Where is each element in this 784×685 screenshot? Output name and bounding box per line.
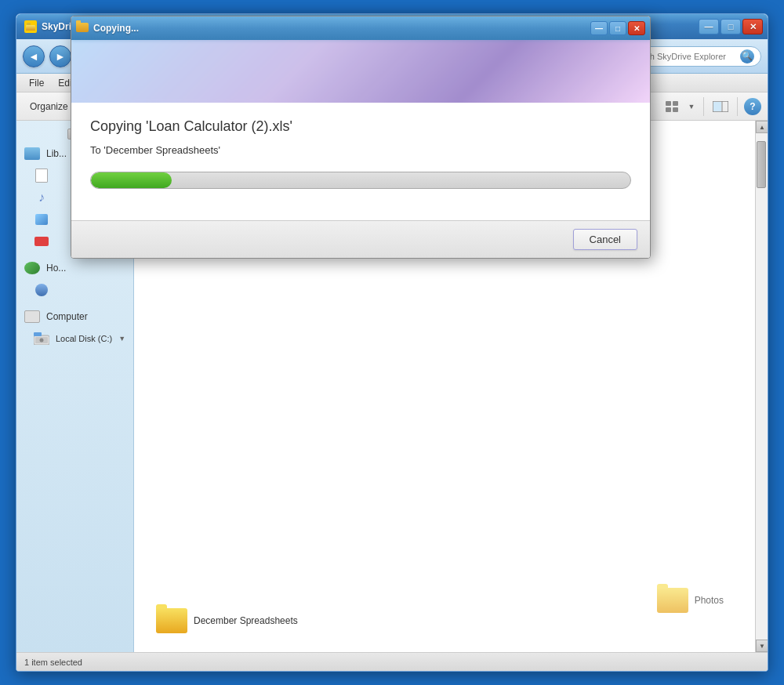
copy-destination: To 'December Spreadsheets' <box>90 144 631 156</box>
progress-bar-fill <box>91 172 172 188</box>
dialog-maximize-button[interactable]: □ <box>609 21 626 35</box>
dialog-close-button[interactable]: ✕ <box>628 21 645 35</box>
dialog-content: Copying 'Loan Calculator (2).xls' To 'De… <box>71 103 650 220</box>
main-window: SkyDrive Explorer — □ ✕ ◄ ► ▼ Com... ► S… <box>16 13 768 672</box>
dialog-header-graphic <box>71 40 650 103</box>
dialog-title-bar: Copying... — □ ✕ <box>71 16 650 40</box>
dialog-minimize-button[interactable]: — <box>590 21 608 35</box>
copy-dialog: Copying... — □ ✕ Copying 'Loan Calculato… <box>71 16 651 259</box>
dialog-title: Copying... <box>93 23 586 34</box>
dialog-controls: — □ ✕ <box>590 21 645 35</box>
dialog-title-icon <box>76 23 89 34</box>
dialog-folder-icon <box>76 23 89 32</box>
cancel-button[interactable]: Cancel <box>573 229 637 250</box>
dialog-footer: Cancel <box>71 220 650 258</box>
dialog-overlay: Copying... — □ ✕ Copying 'Loan Calculato… <box>16 13 768 672</box>
copy-heading: Copying 'Loan Calculator (2).xls' <box>90 118 631 135</box>
progress-bar-container <box>90 172 631 189</box>
